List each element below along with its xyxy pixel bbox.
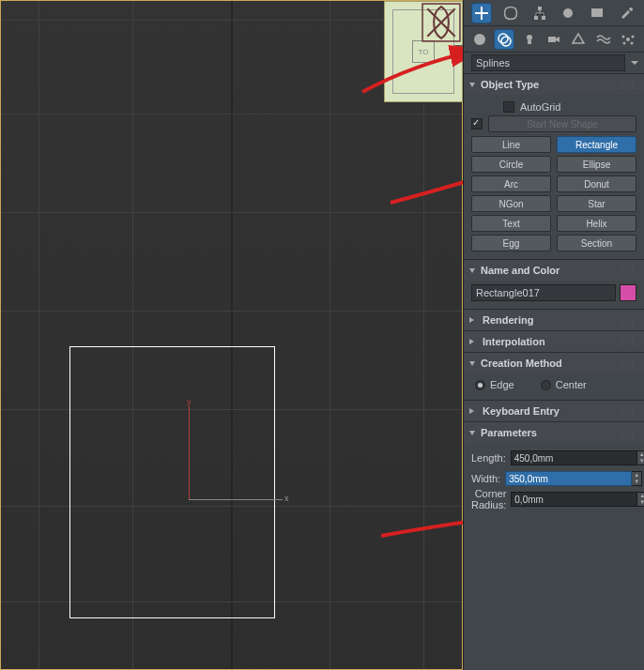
arc-button[interactable]: Arc — [471, 175, 551, 192]
object-name-input[interactable] — [471, 284, 616, 301]
chevron-right-icon — [469, 339, 477, 344]
grid-line — [38, 1, 39, 669]
grip-icon: ⋮⋮ — [618, 80, 638, 90]
grip-icon: ⋮⋮ — [618, 406, 638, 417]
create-tab[interactable] — [472, 4, 491, 23]
svg-rect-5 — [591, 8, 603, 17]
circle-button[interactable]: Circle — [471, 156, 551, 173]
rollout-title: Rendering — [483, 314, 533, 326]
color-swatch[interactable] — [620, 284, 636, 301]
grid-line — [1, 311, 462, 312]
donut-button[interactable]: Donut — [557, 175, 636, 192]
grid-line — [1, 114, 462, 114]
rollout-title: Creation Method — [481, 358, 562, 369]
grip-icon: ⋮⋮ — [618, 337, 638, 347]
star-button[interactable]: Star — [557, 195, 636, 212]
utilities-tab[interactable] — [617, 4, 636, 23]
rollout-title: Interpolation — [483, 336, 545, 347]
chevron-down-icon — [469, 431, 475, 435]
length-label: Length: — [471, 452, 511, 464]
svg-rect-1 — [538, 7, 542, 10]
section-button[interactable]: Section — [557, 235, 636, 251]
rollout-title: Name and Color — [481, 265, 560, 276]
text-button[interactable]: Text — [471, 215, 551, 232]
svg-point-15 — [622, 41, 625, 44]
viewport[interactable]: TO E y x — [0, 0, 463, 670]
width-spinner[interactable] — [505, 471, 632, 486]
shapes-icon[interactable] — [495, 30, 514, 49]
start-new-shape-checkbox[interactable] — [471, 118, 483, 129]
svg-rect-11 — [548, 37, 556, 42]
svg-rect-3 — [542, 16, 545, 20]
spinner-arrows[interactable]: ▲▼ — [637, 450, 644, 465]
center-radio[interactable]: Center — [541, 379, 587, 390]
line-button[interactable]: Line — [471, 136, 551, 153]
svg-point-6 — [474, 34, 485, 45]
chevron-right-icon — [469, 408, 477, 414]
cameras-icon[interactable] — [544, 30, 563, 49]
svg-point-13 — [621, 35, 624, 38]
egg-button[interactable]: Egg — [471, 235, 551, 251]
ngon-button[interactable]: NGon — [471, 195, 551, 212]
grid-line — [330, 1, 330, 669]
svg-point-12 — [626, 38, 630, 41]
autogrid-label: AutoGrid — [520, 101, 560, 113]
chevron-down-icon — [469, 361, 475, 366]
rectangle-button[interactable]: Rectangle — [557, 136, 636, 153]
rollout-title: Object Type — [481, 79, 539, 90]
svg-point-9 — [527, 35, 532, 40]
create-subtabs — [464, 26, 644, 53]
grip-icon: ⋮⋮ — [618, 266, 638, 276]
svg-point-8 — [501, 37, 511, 46]
chevron-down-icon — [469, 83, 475, 87]
chevron-down-icon — [469, 268, 475, 273]
corner-radius-label: Corner Radius: — [471, 488, 511, 510]
creation-method-header[interactable]: Creation Method ⋮⋮ — [464, 353, 644, 373]
thumbnail-box: TO — [412, 40, 435, 63]
svg-rect-2 — [534, 16, 538, 20]
corner-radius-spinner[interactable] — [511, 492, 637, 507]
ellipse-button[interactable]: Ellipse — [557, 156, 636, 173]
name-color-header[interactable]: Name and Color ⋮⋮ — [464, 260, 644, 281]
grip-icon: ⋮⋮ — [618, 315, 638, 326]
helpers-icon[interactable] — [569, 30, 588, 49]
autogrid-checkbox[interactable] — [503, 101, 514, 113]
rendering-header[interactable]: Rendering ⋮⋮ — [464, 310, 644, 330]
svg-rect-10 — [528, 40, 531, 44]
edge-radio[interactable]: Edge — [475, 379, 514, 390]
rollout-title: Keyboard Entry — [483, 405, 560, 417]
svg-point-14 — [631, 35, 634, 38]
systems-icon[interactable] — [619, 30, 637, 49]
keyboard-entry-header[interactable]: Keyboard Entry ⋮⋮ — [464, 401, 644, 421]
command-panel: Splines Object Type ⋮⋮ AutoGrid Start Ne… — [463, 0, 644, 670]
object-type-header[interactable]: Object Type ⋮⋮ — [464, 74, 644, 95]
chevron-right-icon — [469, 317, 477, 323]
svg-point-4 — [563, 8, 573, 18]
knot-icon — [422, 3, 461, 42]
rectangle-shape[interactable] — [69, 346, 275, 618]
command-panel-tabs — [464, 0, 644, 26]
chevron-down-icon — [631, 61, 638, 65]
grip-icon: ⋮⋮ — [618, 428, 638, 438]
category-dropdown[interactable]: Splines — [471, 54, 625, 71]
spacewarps-icon[interactable] — [594, 30, 613, 49]
parameters-header[interactable]: Parameters ⋮⋮ — [464, 422, 644, 443]
lights-icon[interactable] — [520, 30, 539, 49]
svg-point-16 — [630, 41, 633, 44]
spinner-arrows[interactable]: ▲▼ — [637, 492, 644, 507]
interpolation-header[interactable]: Interpolation ⋮⋮ — [464, 331, 644, 352]
axis-x-label: x — [284, 494, 289, 503]
geometry-icon[interactable] — [470, 30, 489, 49]
length-spinner[interactable] — [511, 450, 637, 465]
start-new-shape-button[interactable]: Start New Shape — [488, 115, 636, 132]
helix-button[interactable]: Helix — [557, 215, 636, 232]
grip-icon: ⋮⋮ — [618, 358, 638, 369]
width-label: Width: — [471, 473, 505, 484]
display-tab[interactable] — [588, 4, 606, 23]
hierarchy-tab[interactable] — [530, 4, 549, 23]
grid-line — [1, 212, 462, 213]
spinner-arrows[interactable]: ▲▼ — [632, 471, 642, 486]
modify-tab[interactable] — [501, 4, 520, 23]
rollout-title: Parameters — [481, 427, 537, 438]
motion-tab[interactable] — [559, 4, 577, 23]
